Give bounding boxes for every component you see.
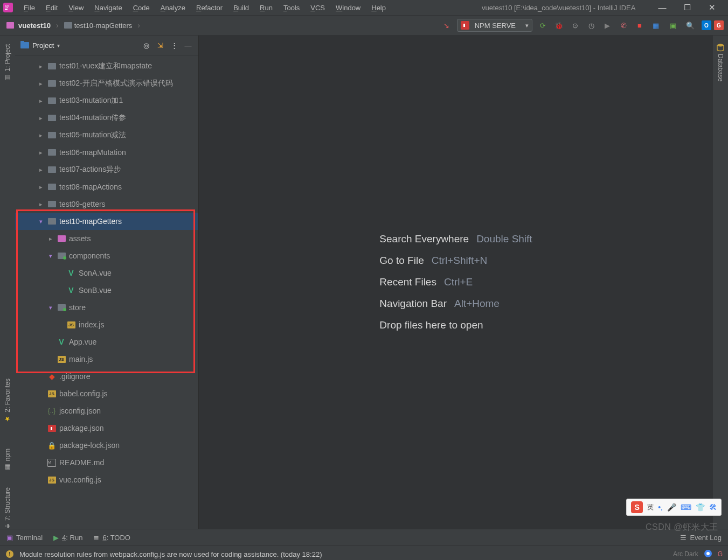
tree-item[interactable]: ▾components [15, 247, 198, 264]
run-config-combo[interactable]: NPM SERVE ▾ [457, 19, 532, 32]
tab-favorites[interactable]: ★ 2: Favorites [4, 379, 11, 423]
tree-item[interactable]: ▸test02-开启严格模式演示错误代码 [15, 75, 198, 92]
tab-event-log[interactable]: ☰ Event Log [680, 534, 722, 542]
breadcrumb[interactable]: vuetest10 › test10-mapGetters › [6, 21, 143, 30]
tree-item[interactable]: MREADME.md [15, 454, 198, 471]
tree-item[interactable]: ▸test04-mutation传参 [15, 109, 198, 127]
rerun-icon[interactable]: ⟳ [537, 19, 549, 31]
expand-arrow-icon[interactable]: ▸ [38, 80, 44, 87]
tree-item[interactable]: JSvue.config.js [15, 471, 198, 488]
project-panel: Project ▾ ◎ ⇲ ⋮ — ▸test01-vuex建立和mapstat… [15, 36, 199, 529]
tree-item[interactable]: ▸test09-getters [15, 195, 198, 213]
tree-item[interactable]: VSonA.vue [15, 264, 198, 282]
breadcrumb-item[interactable]: test10-mapGetters [74, 22, 133, 30]
expand-arrow-icon[interactable]: ▸ [47, 235, 54, 242]
tree-item[interactable]: package.json [15, 419, 198, 437]
menu-help[interactable]: Help [367, 2, 390, 13]
tree-item[interactable]: JSbabel.config.js [15, 385, 198, 402]
chrome-icon[interactable] [704, 549, 712, 559]
menu-vcs[interactable]: VCS [306, 2, 329, 13]
tab-run[interactable]: ▶ 4: Run [53, 534, 82, 542]
tree-item[interactable]: ▸assets [15, 230, 198, 247]
search-icon[interactable]: 🔍 [684, 19, 696, 31]
ime-mic-icon[interactable]: 🎤 [667, 503, 676, 512]
ime-punct-icon[interactable]: •, [658, 503, 663, 512]
expand-arrow-icon[interactable]: ▸ [38, 132, 44, 139]
tree-item[interactable]: JSindex.js [15, 316, 198, 333]
watermark: CSDN @虾米大王 [646, 522, 718, 533]
tree-item[interactable]: ▸test01-vuex建立和mapstate [15, 58, 198, 75]
structure-icon: ≑ [4, 523, 11, 529]
menu-refactor[interactable]: Refactor [192, 2, 227, 13]
editor-area[interactable]: Search EverywhereDouble ShiftGo to FileC… [199, 36, 713, 529]
tree-item[interactable]: ▾test10-mapGetters [15, 213, 198, 230]
expand-arrow-icon[interactable]: ▾ [47, 253, 54, 260]
tab-structure[interactable]: ≑ 7: Structure [4, 487, 11, 529]
expand-arrow-icon[interactable]: ▸ [38, 115, 44, 122]
profiler-icon[interactable]: ◷ [585, 19, 597, 31]
ime-tool-icon[interactable]: 🛠 [709, 503, 717, 512]
expand-arrow-icon[interactable]: ▸ [38, 201, 44, 208]
tree-item[interactable]: ▸test07-actions异步 [15, 161, 198, 178]
collapse-icon[interactable]: ⇲ [155, 40, 165, 50]
sogou-icon: S [631, 501, 643, 513]
tree-item[interactable]: ▸test03-mutation加1 [15, 92, 198, 109]
tab-database[interactable]: Database [717, 54, 724, 81]
tree-item[interactable]: {..}jsconfig.json [15, 402, 198, 419]
ime-lang[interactable]: 英 [647, 503, 654, 512]
bug-icon[interactable]: 🐞 [553, 19, 565, 31]
expand-arrow-icon[interactable]: ▸ [38, 149, 44, 156]
expand-arrow-icon[interactable]: ▸ [38, 63, 44, 70]
tree-item[interactable]: ▸test06-mapMutation [15, 144, 198, 161]
expand-arrow-icon[interactable]: ▸ [38, 184, 44, 191]
tree-item[interactable]: ▸test08-mapActions [15, 178, 198, 195]
tree-item[interactable]: 🔒package-lock.json [15, 437, 198, 454]
maximize-button[interactable]: ☐ [680, 3, 695, 12]
menu-file[interactable]: File [19, 2, 39, 13]
tab-project[interactable]: ▤ 1: Project [4, 44, 11, 82]
tab-npm[interactable]: ▦ npm [4, 449, 11, 471]
target-icon[interactable]: ◎ [141, 40, 151, 50]
ime-skin-icon[interactable]: 👕 [696, 503, 705, 512]
select-run-error-icon[interactable]: ↘ [441, 19, 453, 31]
outlook-icon[interactable]: O [702, 20, 711, 30]
menu-window[interactable]: Window [331, 2, 365, 13]
menu-analyze[interactable]: Analyze [156, 2, 190, 13]
ime-keyboard-icon[interactable]: ⌨ [681, 503, 691, 512]
tree-item[interactable]: ▸test05-mutation减法 [15, 127, 198, 144]
minimize-button[interactable]: — [655, 3, 670, 12]
close-button[interactable]: ✕ [704, 3, 719, 12]
project-tree[interactable]: ▸test01-vuex建立和mapstate▸test02-开启严格模式演示错… [15, 55, 198, 529]
tree-item[interactable]: JSmain.js [15, 351, 198, 368]
google-icon[interactable]: G [714, 20, 724, 30]
menu-edit[interactable]: Edit [41, 2, 62, 13]
settings-icon[interactable]: ⋮ [169, 40, 179, 50]
tree-item[interactable]: VSonB.vue [15, 282, 198, 299]
play-icon[interactable]: ▶ [601, 19, 613, 31]
menu-run[interactable]: Run [255, 2, 277, 13]
menu-code[interactable]: Code [129, 2, 154, 13]
project-view-selector[interactable]: Project ▾ [20, 41, 60, 50]
minimize-panel-icon[interactable]: — [183, 40, 193, 50]
status-icon[interactable]: G [718, 550, 723, 558]
expand-arrow-icon[interactable]: ▾ [47, 304, 54, 311]
tab-todo[interactable]: ≣ 6: TODO [93, 534, 130, 542]
menu-build[interactable]: Build [229, 2, 253, 13]
tree-item[interactable]: ▾store [15, 299, 198, 316]
coverage-icon[interactable]: ⊙ [569, 19, 581, 31]
expand-arrow-icon[interactable]: ▸ [38, 97, 44, 104]
tree-item[interactable]: VApp.vue [15, 333, 198, 351]
menu-navigate[interactable]: Navigate [90, 2, 126, 13]
stop-icon[interactable]: ■ [634, 19, 646, 31]
tree-item[interactable]: ◆.gitignore [15, 368, 198, 385]
ime-toolbar[interactable]: S 英 •, 🎤 ⌨ 👕 🛠 [626, 499, 722, 516]
grid-icon[interactable]: ▦ [650, 19, 662, 31]
expand-arrow-icon[interactable]: ▾ [38, 218, 44, 225]
breadcrumb-root[interactable]: vuetest10 [18, 22, 51, 30]
layout-icon[interactable]: ▣ [667, 19, 679, 31]
expand-arrow-icon[interactable]: ▸ [38, 166, 44, 173]
tab-terminal[interactable]: ▣ Terminal [6, 534, 43, 542]
menu-tools[interactable]: Tools [279, 2, 304, 13]
attach-debug-icon[interactable]: ✆ [618, 19, 629, 31]
menu-view[interactable]: View [64, 2, 88, 13]
